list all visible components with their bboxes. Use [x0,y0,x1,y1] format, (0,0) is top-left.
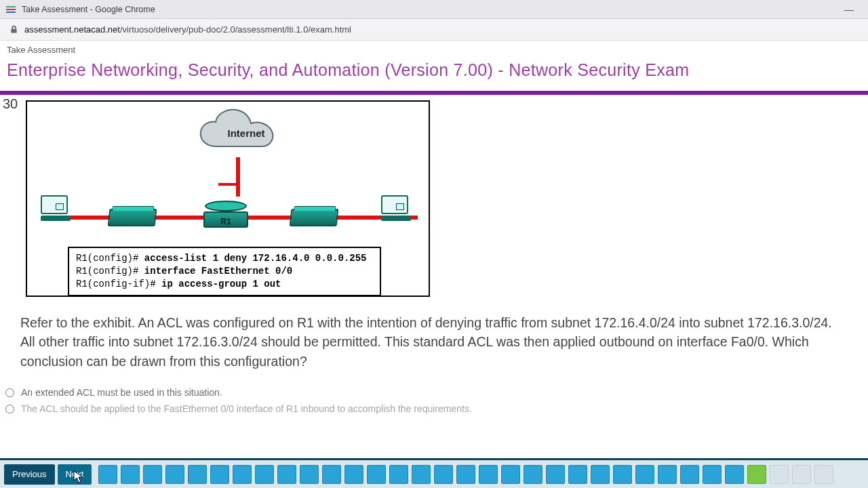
svg-rect-2 [6,12,16,13]
question-square[interactable] [434,465,453,484]
pc-left-icon [41,195,75,225]
option-1[interactable]: An extended ACL must be used in this sit… [4,384,861,401]
question-square[interactable] [188,465,207,484]
option-2[interactable]: The ACL should be applied to the FastEth… [4,401,861,417]
question-square[interactable] [367,465,386,484]
question-square[interactable] [322,465,341,484]
router-icon: R1 [202,201,250,228]
question-square[interactable] [747,465,766,484]
exam-title: Enterprise Networking, Security, and Aut… [0,56,868,91]
link-elbow [218,183,239,186]
router-label: R1 [202,217,250,226]
question-square[interactable] [412,465,431,484]
config-line-1: R1(config)# access-list 1 deny 172.16.4.… [76,252,373,265]
question-square[interactable] [165,465,184,484]
question-square[interactable] [814,465,833,484]
question-square[interactable] [725,465,744,484]
question-square[interactable] [680,465,699,484]
question-square[interactable] [344,465,363,484]
svg-rect-0 [6,9,16,10]
question-square[interactable] [233,465,252,484]
question-square[interactable] [546,465,565,484]
question-square[interactable] [479,465,498,484]
question-square[interactable] [613,465,632,484]
question-square[interactable] [277,465,296,484]
pc-right-icon [381,195,415,225]
breadcrumb: Take Assessment [0,41,868,56]
exhibit-image: Internet R1 R1(config)# access-list 1 de… [26,100,430,297]
option-2-label: The ACL should be applied to the FastEth… [21,403,472,414]
question-square[interactable] [121,465,140,484]
question-square[interactable] [524,465,542,484]
next-button[interactable]: Next [58,464,92,485]
question-square[interactable] [501,465,520,484]
question-square[interactable] [300,465,319,484]
question-square[interactable] [635,465,654,484]
question-square[interactable] [792,465,811,484]
link-cloud-router [236,157,240,197]
question-square[interactable] [658,465,677,484]
question-square[interactable] [255,465,274,484]
window-titlebar: Take Assessment - Google Chrome — [0,0,868,19]
answer-options: An extended ACL must be used in this sit… [4,384,861,417]
favicon [5,4,16,15]
question-square[interactable] [770,465,789,484]
config-line-3: R1(config-if)# ip access-group 1 out [76,278,373,291]
svg-rect-1 [6,6,16,7]
address-bar[interactable]: assessment.netacad.net/virtuoso/delivery… [0,19,868,41]
question-square[interactable] [389,465,408,484]
question-nav-footer: Previous Next [0,458,868,488]
question-square[interactable] [591,465,610,484]
switch-right-icon [290,209,339,226]
question-square[interactable] [703,465,722,484]
window-title: Take Assessment - Google Chrome [22,5,835,14]
question-progress-squares [98,465,864,484]
option-2-radio[interactable] [5,405,14,413]
config-line-2: R1(config)# interface FastEthernet 0/0 [76,265,373,278]
url-path: /virtuoso/delivery/pub-doc/2.0/assessmen… [120,24,351,35]
question-text: Refer to the exhibit. An ACL was configu… [20,313,845,371]
question-square[interactable] [210,465,229,484]
url-host: assessment.netacad.net [24,24,120,35]
question-number: 30 [3,96,18,112]
switch-left-icon [108,209,157,226]
question-square[interactable] [568,465,587,484]
lock-icon [8,24,19,35]
question-area: 30 Internet R1 R1(c [0,95,868,449]
option-1-label: An extended ACL must be used in this sit… [21,387,222,398]
previous-button[interactable]: Previous [4,464,55,485]
question-square[interactable] [143,465,162,484]
option-1-radio[interactable] [5,388,14,397]
window-minimize-button[interactable]: — [835,4,863,15]
internet-cloud: Internet [195,107,297,159]
url-text: assessment.netacad.net/virtuoso/delivery… [24,24,351,35]
cloud-label: Internet [195,107,297,159]
question-square[interactable] [98,465,117,484]
question-square[interactable] [456,465,475,484]
config-text-box: R1(config)# access-list 1 deny 172.16.4.… [68,247,381,296]
